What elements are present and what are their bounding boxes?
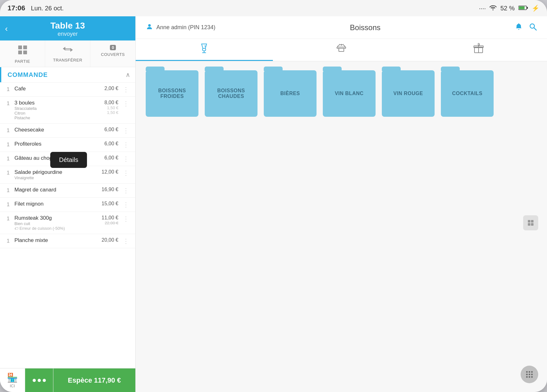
price-planche: 20,00 € (96, 237, 118, 243)
left-panel: ‹ Table 13 envoyer PARTIE TRANSFÉRER (0, 16, 136, 392)
folder-cocktails[interactable]: COCKTAILS (441, 70, 494, 117)
gift-icon (473, 43, 484, 56)
order-item-profiteroles[interactable]: 1 Profiteroles 6,00 € ⋮ (0, 138, 135, 152)
tab-transferer[interactable]: TRANSFÉRER (45, 40, 90, 67)
qty-cafe: 1 (5, 86, 11, 93)
couverts-icon: 0 (110, 45, 116, 50)
order-item-rumsteak[interactable]: 1 Rumsteak 300g Bien cuit 🏷 Erreur de cu… (0, 212, 135, 234)
info-cheesecake: Cheesecake (14, 127, 93, 133)
folder-label-boissons-chaudes: BOISSONSCHAUDES (214, 88, 249, 99)
price-3boules: 8,00 € 1,50 € 1,50 € (96, 100, 118, 115)
more-cheesecake[interactable]: ⋮ (122, 127, 130, 134)
more-cafe[interactable]: ⋮ (122, 86, 130, 93)
folder-tab (205, 67, 224, 71)
pay-button[interactable]: Espèce 117,90 € (53, 368, 135, 392)
status-left: 17:06 Lun. 26 oct. (8, 4, 64, 12)
folder-label-cocktails: COCKTAILS (448, 91, 486, 96)
price-rumsteak: 11,00 € 22,00 € (96, 215, 118, 225)
price-cafe: 2,00 € (96, 86, 118, 91)
folder-tab (264, 67, 283, 71)
more-magret[interactable]: ⋮ (122, 187, 130, 194)
device-frame: 17:06 Lun. 26 oct. ···· 52 % ⚡ ‹ Table 1… (0, 0, 547, 392)
info-planche: Planche mixte (14, 237, 93, 244)
tab-drinks[interactable] (136, 39, 273, 61)
folder-vin-blanc[interactable]: VIN BLANC (323, 70, 376, 117)
dot-3 (43, 379, 46, 382)
name-cafe: Cafe (14, 86, 93, 92)
svg-rect-5 (18, 51, 22, 54)
qty-profiteroles: 1 (5, 142, 11, 148)
order-item-filet[interactable]: 1 Filet mignon 15,00 € ⋮ (0, 198, 135, 212)
svg-rect-3 (18, 46, 22, 49)
drinks-icon (198, 43, 210, 56)
wifi-icon (490, 5, 496, 12)
status-time: 17:06 (8, 4, 25, 12)
info-gateau: Gâteau au chocolat (14, 155, 93, 161)
svg-rect-20 (528, 220, 530, 223)
dots-button[interactable] (25, 368, 53, 392)
svg-point-30 (526, 376, 528, 378)
more-3boules[interactable]: ⋮ (122, 100, 130, 107)
more-profiteroles[interactable]: ⋮ (122, 141, 130, 148)
svg-point-25 (529, 371, 530, 373)
tab-couverts[interactable]: 0 COUVERTS (90, 40, 135, 67)
tab-food[interactable] (273, 39, 410, 61)
tab-partie[interactable]: PARTIE (0, 40, 45, 67)
svg-point-27 (526, 374, 528, 375)
order-item-salade[interactable]: 1 Salade périgourdine Vinaigrette 12,00 … (0, 166, 135, 184)
more-planche[interactable]: ⋮ (122, 237, 130, 245)
section-title: Boissons (350, 23, 380, 32)
folder-label-vin-blanc: VIN BLANC (331, 91, 367, 96)
keypad-button[interactable] (521, 366, 538, 383)
svg-line-9 (534, 28, 537, 30)
status-bar: 17:06 Lun. 26 oct. ···· 52 % ⚡ (0, 0, 547, 16)
qty-filet: 1 (5, 201, 11, 208)
category-tabs (136, 39, 547, 62)
status-date: Lun. 26 oct. (31, 5, 64, 12)
qty-magret: 1 (5, 187, 11, 194)
more-gateau[interactable]: ⋮ (122, 155, 130, 163)
info-filet: Filet mignon (14, 201, 93, 207)
more-rumsteak[interactable]: ⋮ (122, 215, 130, 223)
folder-label-boissons-froides: BOISSONSFROIDES (154, 88, 190, 99)
more-salade[interactable]: ⋮ (122, 169, 130, 177)
order-item-planche[interactable]: 1 Planche mixte 20,00 € ⋮ (0, 234, 135, 248)
search-icon[interactable] (529, 23, 537, 33)
svg-point-7 (148, 24, 151, 27)
table-header: ‹ Table 13 envoyer (0, 16, 135, 40)
svg-point-26 (531, 371, 533, 373)
table-name: Table 13 (0, 21, 135, 31)
partie-icon (18, 45, 28, 57)
right-panel: Anne admin (PIN 1234) Boissons (136, 16, 547, 392)
name-rumsteak: Rumsteak 300g (14, 215, 93, 221)
name-planche: Planche mixte (14, 237, 93, 244)
folder-boissons-froides[interactable]: BOISSONSFROIDES (146, 70, 198, 117)
ici-button[interactable]: 🏪 ICI (0, 368, 25, 392)
folder-bieres[interactable]: BIÈRES (264, 70, 317, 117)
folder-vin-rouge[interactable]: VIN ROUGE (382, 70, 435, 117)
name-salade: Salade périgourdine (14, 169, 93, 175)
couverts-label: COUVERTS (101, 52, 125, 57)
order-item-cafe[interactable]: 1 Cafe 2,00 € ⋮ (0, 83, 135, 97)
price-gateau: 6,00 € (96, 155, 118, 161)
chevron-up-icon[interactable]: ∧ (126, 71, 130, 78)
folder-boissons-chaudes[interactable]: BOISSONSCHAUDES (205, 70, 257, 117)
order-item-3boules[interactable]: 1 3 boules StracciatellaCitronPistache 8… (0, 97, 135, 124)
table-sub: envoyer (0, 31, 135, 37)
bell-icon[interactable] (515, 23, 523, 33)
price-magret: 16,90 € (96, 187, 118, 192)
more-filet[interactable]: ⋮ (122, 201, 130, 208)
order-item-cheesecake[interactable]: 1 Cheesecake 6,00 € ⋮ (0, 124, 135, 138)
name-profiteroles: Profiteroles (14, 141, 93, 147)
right-float-button[interactable] (523, 215, 538, 230)
action-tabs: PARTIE TRANSFÉRER 0 COUVERTS (0, 40, 135, 67)
right-header: Anne admin (PIN 1234) Boissons (136, 16, 547, 39)
dot-2 (38, 379, 41, 382)
order-section[interactable]: COMMANDE ∧ 1 Cafe 2,00 € ⋮ 1 (0, 67, 135, 368)
price-profiteroles: 6,00 € (96, 141, 118, 147)
order-item-gateau[interactable]: 1 Gâteau au chocolat 6,00 € ⋮ (0, 152, 135, 166)
tab-gift[interactable] (410, 39, 547, 61)
order-item-magret[interactable]: 1 Magret de canard 16,90 € ⋮ (0, 184, 135, 198)
info-cafe: Cafe (14, 86, 93, 92)
order-header: COMMANDE ∧ (0, 67, 135, 83)
